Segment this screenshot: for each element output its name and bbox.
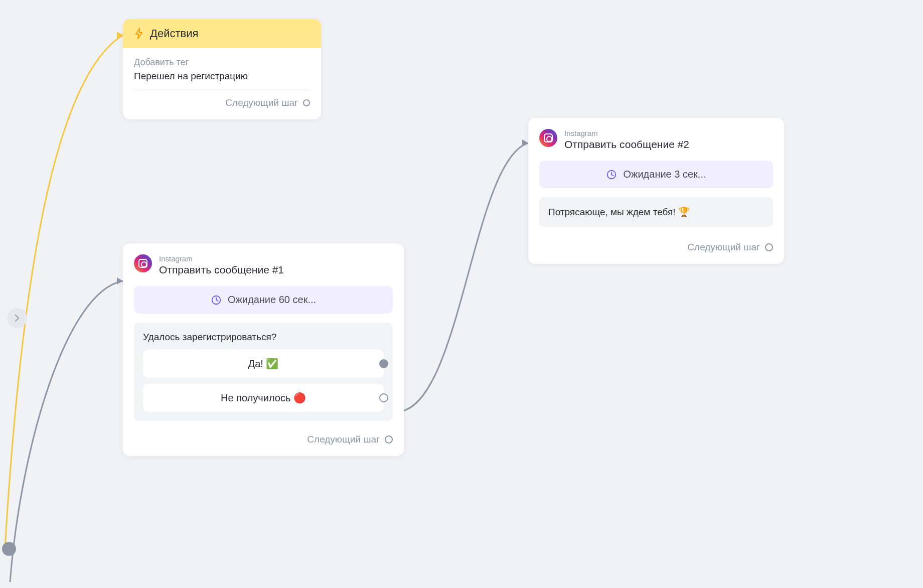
connector-port[interactable] <box>303 99 310 106</box>
message-title: Отправить сообщение #1 <box>159 264 393 276</box>
message-content: Потрясающе, мы ждем тебя! 🏆 <box>539 197 773 227</box>
msg2-next-step[interactable]: Следующий шаг <box>539 242 773 253</box>
channel-name: Instagram <box>159 254 393 263</box>
question-text: Удалось зарегистрироваться? <box>143 332 384 343</box>
tag-label: Добавить тег <box>134 57 310 68</box>
actions-next-step[interactable]: Следующий шаг <box>134 90 310 112</box>
connector-port-no[interactable] <box>379 393 388 402</box>
actions-title: Действия <box>150 27 198 40</box>
tag-value: Перешел на регистрацию <box>134 71 310 90</box>
answer-no-label: Не получилось 🔴 <box>151 392 376 404</box>
message-card-1[interactable]: Instagram Отправить сообщение #1 Ожидани… <box>123 243 404 456</box>
actions-card[interactable]: Действия Добавить тег Перешел на регистр… <box>123 19 321 119</box>
message-title: Отправить сообщение #2 <box>564 138 773 151</box>
answer-yes-label: Да! ✅ <box>151 358 376 370</box>
msg1-next-step[interactable]: Следующий шаг <box>134 434 393 445</box>
connector-port[interactable] <box>765 243 773 251</box>
next-step-label: Следующий шаг <box>225 97 298 108</box>
wait-text: Ожидание 3 сек... <box>623 169 706 180</box>
connector-port[interactable] <box>385 435 393 444</box>
wait-text: Ожидание 60 сек... <box>228 294 316 306</box>
next-step-label: Следующий шаг <box>307 434 380 445</box>
clock-icon <box>211 295 222 306</box>
answer-yes[interactable]: Да! ✅ <box>143 350 384 378</box>
message-card-2[interactable]: Instagram Отправить сообщение #2 Ожидани… <box>528 118 784 264</box>
instagram-icon <box>134 254 152 272</box>
wait-indicator: Ожидание 3 сек... <box>539 161 773 188</box>
svg-marker-0 <box>117 32 123 39</box>
bolt-icon <box>134 28 144 40</box>
side-toggle-button[interactable] <box>7 308 27 328</box>
question-block: Удалось зарегистрироваться? Да! ✅ Не пол… <box>134 323 393 421</box>
chevron-right-icon <box>15 314 20 322</box>
answer-no[interactable]: Не получилось 🔴 <box>143 384 384 412</box>
next-step-label: Следующий шаг <box>687 242 760 253</box>
start-node[interactable] <box>2 542 16 556</box>
channel-name: Instagram <box>564 129 773 137</box>
svg-marker-1 <box>117 277 123 284</box>
clock-icon <box>606 169 617 180</box>
svg-marker-2 <box>522 139 528 146</box>
instagram-icon <box>539 129 557 147</box>
connector-port-yes[interactable] <box>379 359 388 368</box>
wait-indicator: Ожидание 60 сек... <box>134 286 393 314</box>
actions-header: Действия <box>123 19 321 48</box>
